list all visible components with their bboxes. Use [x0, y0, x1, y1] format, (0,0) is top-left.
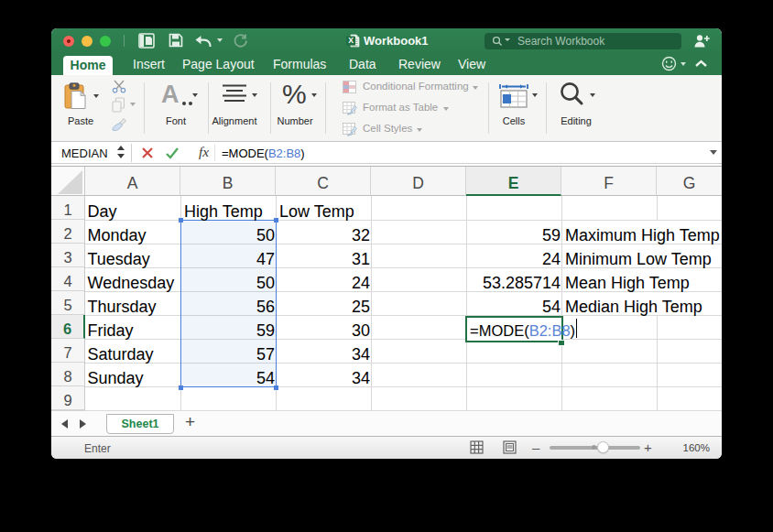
- svg-text:X: X: [348, 36, 354, 45]
